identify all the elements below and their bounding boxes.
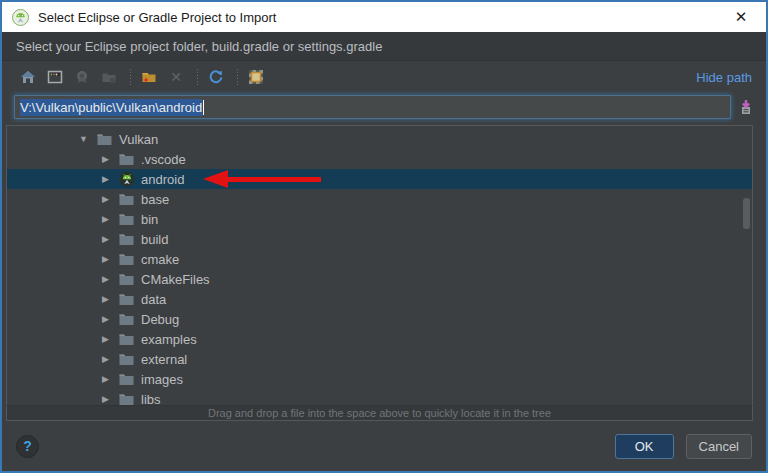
dialog-footer: ? OK Cancel xyxy=(2,421,766,471)
ok-button[interactable]: OK xyxy=(615,434,674,459)
folder-icon xyxy=(119,373,134,386)
folder-icon xyxy=(119,193,134,206)
tree-item-bin[interactable]: ▶bin xyxy=(7,209,752,229)
tree-item-base[interactable]: ▶base xyxy=(7,189,752,209)
folder-icon-wrap xyxy=(96,131,113,147)
tree-item-label: examples xyxy=(141,332,197,347)
tree-item-examples[interactable]: ▶examples xyxy=(7,329,752,349)
folder-icon-wrap xyxy=(118,271,135,287)
close-button[interactable]: ✕ xyxy=(726,4,756,30)
android-studio-icon xyxy=(12,9,29,26)
folder-icon xyxy=(119,213,134,226)
tree-item-label: bin xyxy=(141,212,158,227)
desktop-directory-button[interactable] xyxy=(43,66,67,88)
chevron-collapsed-icon[interactable]: ▶ xyxy=(100,174,111,184)
hide-path-link[interactable]: Hide path xyxy=(696,70,752,85)
tree-item-build[interactable]: ▶build xyxy=(7,229,752,249)
chevron-collapsed-icon[interactable]: ▶ xyxy=(100,214,111,224)
tree-item-label: Vulkan xyxy=(119,132,158,147)
chevron-collapsed-icon[interactable]: ▶ xyxy=(100,374,111,384)
text-caret xyxy=(203,100,204,115)
chevron-collapsed-icon[interactable]: ▶ xyxy=(100,154,111,164)
new-folder-button[interactable] xyxy=(137,66,161,88)
tree-item-label: android xyxy=(141,172,184,187)
show-hidden-files-button[interactable] xyxy=(244,66,268,88)
project-directory-button-disabled xyxy=(97,66,121,88)
tree-item-label: build xyxy=(141,232,168,247)
toolbar-separator xyxy=(197,69,198,85)
insert-path-icon xyxy=(738,99,754,115)
folder-icon xyxy=(119,253,134,266)
home-directory-button[interactable] xyxy=(16,66,40,88)
dialog-title: Select Eclipse or Gradle Project to Impo… xyxy=(38,10,726,25)
scrollbar-thumb[interactable] xyxy=(743,198,750,229)
folder-icon-wrap xyxy=(118,291,135,307)
tree-item-vulkan[interactable]: ▼Vulkan xyxy=(7,129,752,149)
home-icon xyxy=(20,69,36,85)
chevron-collapsed-icon[interactable]: ▶ xyxy=(100,274,111,284)
chevron-expanded-icon[interactable]: ▼ xyxy=(78,134,89,144)
folder-icon-wrap xyxy=(118,331,135,347)
chevron-collapsed-icon[interactable]: ▶ xyxy=(100,394,111,404)
tree-item-label: CMakeFiles xyxy=(141,272,210,287)
path-text-selected: V:\Vulkan\public\Vulkan\android xyxy=(20,99,202,116)
folder-icon-wrap xyxy=(118,151,135,167)
folder-icon-wrap xyxy=(118,371,135,387)
tree-item-label: images xyxy=(141,372,183,387)
hint-bar: Drag and drop a file into the space abov… xyxy=(6,405,753,421)
import-project-dialog: Select Eclipse or Gradle Project to Impo… xyxy=(0,0,768,473)
tree-item-external[interactable]: ▶external xyxy=(7,349,752,369)
tree-item-label: cmake xyxy=(141,252,179,267)
new-folder-icon xyxy=(141,69,157,85)
chevron-collapsed-icon[interactable]: ▶ xyxy=(100,254,111,264)
chevron-collapsed-icon[interactable]: ▶ xyxy=(100,314,111,324)
folder-icon xyxy=(119,153,134,166)
tree-item-label: base xyxy=(141,192,169,207)
tree-item-android[interactable]: ▶android xyxy=(7,169,752,189)
chevron-collapsed-icon[interactable]: ▶ xyxy=(100,354,111,364)
file-chooser-toolbar: ✕ Hide path xyxy=(2,61,766,93)
android-studio-icon-wrap xyxy=(118,171,135,187)
tree-item-images[interactable]: ▶images xyxy=(7,369,752,389)
chevron-collapsed-icon[interactable]: ▶ xyxy=(100,294,111,304)
folder-icon-wrap xyxy=(118,231,135,247)
path-input[interactable]: V:\Vulkan\public\Vulkan\android xyxy=(14,95,731,119)
folder-icon-wrap xyxy=(118,191,135,207)
subtitle-bar: Select your Eclipse project folder, buil… xyxy=(2,32,766,61)
refresh-button[interactable] xyxy=(204,66,228,88)
android-studio-project-icon xyxy=(119,171,135,187)
chevron-collapsed-icon[interactable]: ▶ xyxy=(100,234,111,244)
tree-item-label: libs xyxy=(141,392,161,406)
path-row: V:\Vulkan\public\Vulkan\android xyxy=(2,93,766,125)
show-hidden-files-icon xyxy=(248,69,264,85)
folder-icon xyxy=(119,293,134,306)
tree-item-cmakefiles[interactable]: ▶CMakeFiles xyxy=(7,269,752,289)
tree-item-label: .vscode xyxy=(141,152,186,167)
folder-icon-wrap xyxy=(118,351,135,367)
folder-icon xyxy=(119,273,134,286)
tree-item-label: external xyxy=(141,352,187,367)
insert-path-button[interactable] xyxy=(736,97,756,117)
subtitle-text: Select your Eclipse project folder, buil… xyxy=(16,39,382,54)
tree-item-debug[interactable]: ▶Debug xyxy=(7,309,752,329)
help-icon: ? xyxy=(23,438,32,454)
tree-item-label: Debug xyxy=(141,312,179,327)
directory-tree: ▼Vulkan▶.vscode▶android▶base▶bin▶build▶c… xyxy=(6,125,753,405)
folder-icon-wrap xyxy=(118,251,135,267)
folder-icon xyxy=(119,313,134,326)
tree-item-data[interactable]: ▶data xyxy=(7,289,752,309)
toolbar-separator xyxy=(130,69,131,85)
chevron-collapsed-icon[interactable]: ▶ xyxy=(100,194,111,204)
tree-item-label: data xyxy=(141,292,166,307)
help-button[interactable]: ? xyxy=(16,435,39,458)
cancel-button[interactable]: Cancel xyxy=(686,434,752,459)
refresh-icon xyxy=(208,69,224,85)
folder-icon xyxy=(97,133,112,146)
delete-icon: ✕ xyxy=(170,69,182,85)
disabled-folder-icon xyxy=(101,69,117,85)
folder-icon xyxy=(119,233,134,246)
tree-item-cmake[interactable]: ▶cmake xyxy=(7,249,752,269)
tree-item-libs[interactable]: ▶libs xyxy=(7,389,752,405)
tree-item-vscode[interactable]: ▶.vscode xyxy=(7,149,752,169)
chevron-collapsed-icon[interactable]: ▶ xyxy=(100,334,111,344)
